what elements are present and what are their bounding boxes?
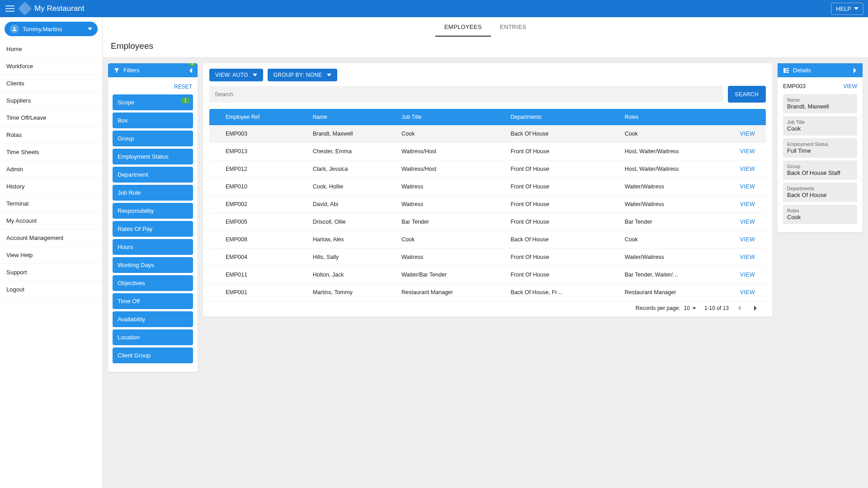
help-button[interactable]: HELP xyxy=(831,3,863,15)
table-row[interactable]: EMP001Martins, TommyRestaurant ManagerBa… xyxy=(209,284,766,301)
view-row-link[interactable]: VIEW xyxy=(734,213,766,231)
cell-roles: Bar Tender xyxy=(620,213,734,231)
detail-field-departments: DepartmentsBack Of House xyxy=(783,183,857,202)
view-row-link[interactable]: VIEW xyxy=(734,160,766,178)
col-roles[interactable]: Roles xyxy=(620,109,734,125)
view-mode-dropdown[interactable]: VIEW: AUTO xyxy=(209,69,263,81)
col-actions[interactable] xyxy=(734,109,766,125)
page-range: 1-10 of 13 xyxy=(704,305,729,311)
col-departments[interactable]: Departments xyxy=(506,109,620,125)
nav-item-my-account[interactable]: My Account xyxy=(0,212,102,230)
col-name[interactable]: Name xyxy=(308,109,397,125)
prev-page-icon[interactable] xyxy=(737,305,746,311)
table-pagination: Records per page: 10 1-10 of 13 xyxy=(209,301,766,313)
filter-client-group[interactable]: Client Group xyxy=(113,347,193,363)
table-row[interactable]: EMP010Cook, HollieWaitressFront Of House… xyxy=(209,178,766,196)
collapse-filters-icon[interactable] xyxy=(189,68,192,73)
next-page-icon[interactable] xyxy=(754,305,763,311)
nav-item-home[interactable]: Home xyxy=(0,41,102,58)
table-row[interactable]: EMP013Chester, EmmaWaitress/HostFront Of… xyxy=(209,143,766,160)
table-row[interactable]: EMP005Driscoll, OllieBar TenderFront Of … xyxy=(209,213,766,231)
details-header: Details xyxy=(778,63,863,77)
sidebar: Tommy.Martins HomeWorkforceClientsSuppli… xyxy=(0,17,103,488)
filter-rates-of-pay[interactable]: Rates Of Pay xyxy=(113,221,193,237)
nav-item-support[interactable]: Support xyxy=(0,264,102,281)
tab-employees[interactable]: EMPLOYEES xyxy=(435,17,491,37)
cell-roles: Restaurant Manager xyxy=(620,284,734,301)
detail-field-job-title: Job TitleCook xyxy=(783,116,857,136)
view-row-link[interactable]: VIEW xyxy=(734,196,766,213)
cell-roles: Bar Tender, Waiter/Waitr… xyxy=(620,266,734,284)
cell-roles: Host, Waiter/Waitress xyxy=(620,160,734,178)
nav-item-terminal[interactable]: Terminal xyxy=(0,195,102,212)
view-row-link[interactable]: VIEW xyxy=(734,249,766,266)
view-row-link[interactable]: VIEW xyxy=(734,266,766,284)
filter-job-role[interactable]: Job Role xyxy=(113,185,193,201)
table-row[interactable]: EMP004Hills, SallyWaitressFront Of House… xyxy=(209,249,766,266)
nav-item-view-help[interactable]: View Help xyxy=(0,247,102,264)
cell-name: Cook, Hollie xyxy=(308,178,397,196)
filter-hours[interactable]: Hours xyxy=(113,239,193,255)
detail-label: Job Title xyxy=(787,119,853,125)
filter-employment-status[interactable]: Employment Status xyxy=(113,149,193,164)
nav-item-suppliers[interactable]: Suppliers xyxy=(0,92,102,109)
filter-objectives[interactable]: Objectives xyxy=(113,275,193,291)
cell-title: Cook xyxy=(397,125,506,143)
nav-item-logout[interactable]: Logout xyxy=(0,281,102,298)
table-row[interactable]: EMP012Clark, JessicaWaitress/HostFront O… xyxy=(209,160,766,178)
table-row[interactable]: EMP003Brandt, MaxwellCookBack Of HouseCo… xyxy=(209,125,766,143)
nav-item-rotas[interactable]: Rotas xyxy=(0,127,102,144)
filters-title: Filters xyxy=(123,67,139,74)
details-view-link[interactable]: VIEW xyxy=(843,83,857,89)
employees-table-panel: VIEW: AUTO GROUP BY: NONE SEARCH Employe… xyxy=(203,63,772,317)
chevron-down-icon xyxy=(88,28,92,30)
filter-scope[interactable]: Scope1 xyxy=(113,94,193,110)
group-by-dropdown[interactable]: GROUP BY: NONE xyxy=(268,69,337,81)
search-button[interactable]: SEARCH xyxy=(728,86,766,103)
filter-working-days[interactable]: Working Days xyxy=(113,257,193,273)
nav-item-admin[interactable]: Admin xyxy=(0,161,102,178)
filter-responsibility[interactable]: Responsibility xyxy=(113,203,193,219)
view-row-link[interactable]: VIEW xyxy=(734,143,766,160)
tab-entries[interactable]: ENTRIES xyxy=(491,17,535,37)
table-row[interactable]: EMP008Harlow, AlexCookBack Of HouseCookV… xyxy=(209,231,766,249)
nav-item-time-off-leave[interactable]: Time Off/Leave xyxy=(0,109,102,127)
filter-availability[interactable]: Availability xyxy=(113,311,193,327)
view-row-link[interactable]: VIEW xyxy=(734,178,766,196)
expand-details-icon[interactable] xyxy=(854,68,857,73)
filter-group[interactable]: Group xyxy=(113,131,193,146)
detail-label: Group xyxy=(787,164,853,169)
filter-department[interactable]: Department xyxy=(113,167,193,183)
detail-value: Cook xyxy=(787,214,853,221)
filter-box[interactable]: Box xyxy=(113,113,193,128)
cell-ref: EMP001 xyxy=(209,284,308,301)
nav-item-time-sheets[interactable]: Time Sheets xyxy=(0,144,102,161)
nav-item-account-management[interactable]: Account Management xyxy=(0,230,102,247)
filter-location[interactable]: Location xyxy=(113,329,193,345)
nav-item-workforce[interactable]: Workforce xyxy=(0,58,102,75)
view-row-link[interactable]: VIEW xyxy=(734,125,766,143)
table-row[interactable]: EMP011Holton, JackWaiter/Bar TenderFront… xyxy=(209,266,766,284)
reset-filters-button[interactable]: RESET xyxy=(113,81,193,94)
details-icon xyxy=(783,67,789,74)
view-row-link[interactable]: VIEW xyxy=(734,231,766,249)
cell-name: Driscoll, Ollie xyxy=(308,213,397,231)
nav-item-clients[interactable]: Clients xyxy=(0,75,102,92)
page-title: Employees xyxy=(111,41,860,51)
col-job-title[interactable]: Job Title xyxy=(397,109,506,125)
details-title: Details xyxy=(793,67,811,74)
menu-icon[interactable] xyxy=(5,3,15,14)
records-per-page-select[interactable]: 10 xyxy=(684,305,696,311)
svg-point-3 xyxy=(14,27,15,29)
table-row[interactable]: EMP002David, AbiWaitressFront Of HouseWa… xyxy=(209,196,766,213)
detail-value: Full Time xyxy=(787,147,853,154)
view-row-link[interactable]: VIEW xyxy=(734,284,766,301)
nav-item-history[interactable]: History xyxy=(0,178,102,195)
col-employee-ref[interactable]: Employee Ref xyxy=(209,109,308,125)
search-input[interactable] xyxy=(209,86,723,103)
cell-name: Chester, Emma xyxy=(308,143,397,160)
filter-time-off[interactable]: Time Off xyxy=(113,293,193,309)
detail-label: Employment Status xyxy=(787,141,853,147)
user-chip[interactable]: Tommy.Martins xyxy=(5,22,98,36)
cell-title: Bar Tender xyxy=(397,213,506,231)
